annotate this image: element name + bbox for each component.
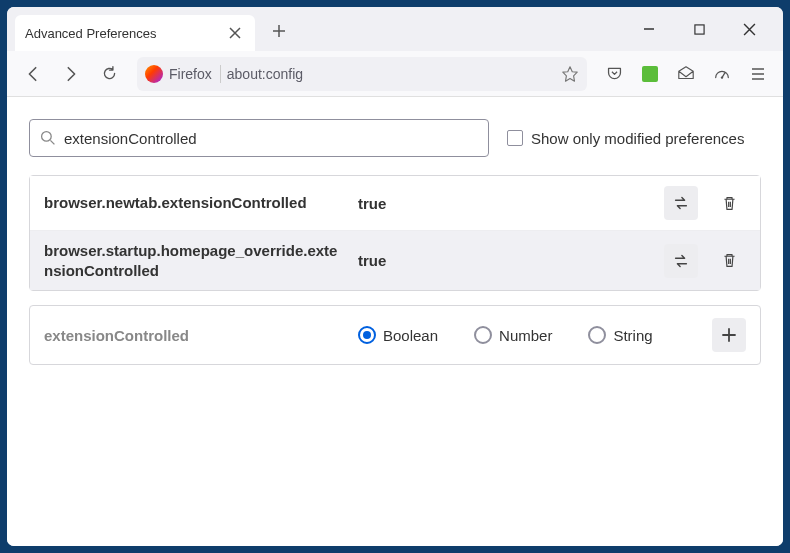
checkbox-icon [507,130,523,146]
tab-bar: Advanced Preferences [7,7,783,51]
tab-title: Advanced Preferences [25,26,157,41]
preferences-table: browser.newtab.extensionControlled true … [29,175,761,291]
extension-icon[interactable] [635,59,665,89]
svg-point-1 [721,76,723,78]
radio-label: Boolean [383,327,438,344]
window-controls [635,15,763,43]
preference-value: true [358,252,650,269]
browser-window: Advanced Preferences [7,7,783,546]
radio-boolean[interactable]: Boolean [358,326,438,344]
svg-rect-0 [694,24,703,33]
search-icon [40,130,56,146]
identity-label: Firefox [169,66,212,82]
preference-row: browser.startup.homepage_override.extens… [30,231,760,290]
pocket-icon[interactable] [599,59,629,89]
reload-button[interactable] [93,58,125,90]
minimize-button[interactable] [635,15,663,43]
url-bar[interactable]: Firefox about:config [137,57,587,91]
search-row: Show only modified preferences [29,119,761,157]
dashboard-icon[interactable] [707,59,737,89]
inbox-icon[interactable] [671,59,701,89]
type-radio-group: Boolean Number String [358,326,698,344]
toggle-button[interactable] [664,244,698,278]
preference-value: true [358,195,650,212]
bookmark-star-icon[interactable] [561,65,579,83]
firefox-icon [145,65,163,83]
search-input[interactable] [64,130,478,147]
preference-row: browser.newtab.extensionControlled true [30,176,760,231]
tab-advanced-preferences[interactable]: Advanced Preferences [15,15,255,51]
add-preference-name: extensionControlled [44,327,344,344]
add-button[interactable] [712,318,746,352]
menu-button[interactable] [743,59,773,89]
close-tab-icon[interactable] [225,23,245,43]
delete-button[interactable] [712,186,746,220]
preference-name: browser.startup.homepage_override.extens… [44,241,344,280]
radio-icon [588,326,606,344]
maximize-button[interactable] [685,15,713,43]
forward-button[interactable] [55,58,87,90]
url-text: about:config [227,66,555,82]
radio-label: String [613,327,652,344]
site-identity[interactable]: Firefox [145,65,221,83]
preference-name: browser.newtab.extensionControlled [44,193,344,213]
radio-icon [474,326,492,344]
delete-button[interactable] [712,244,746,278]
filter-label: Show only modified preferences [531,130,744,147]
radio-label: Number [499,327,552,344]
back-button[interactable] [17,58,49,90]
svg-point-2 [42,132,52,142]
close-window-button[interactable] [735,15,763,43]
new-tab-button[interactable] [263,15,295,47]
radio-icon [358,326,376,344]
config-search-box[interactable] [29,119,489,157]
toggle-button[interactable] [664,186,698,220]
page-content: Show only modified preferences browser.n… [7,97,783,546]
toolbar: Firefox about:config [7,51,783,97]
radio-number[interactable]: Number [474,326,552,344]
add-preference-row: extensionControlled Boolean Number Strin… [29,305,761,365]
show-modified-checkbox[interactable]: Show only modified preferences [507,130,744,147]
radio-string[interactable]: String [588,326,652,344]
